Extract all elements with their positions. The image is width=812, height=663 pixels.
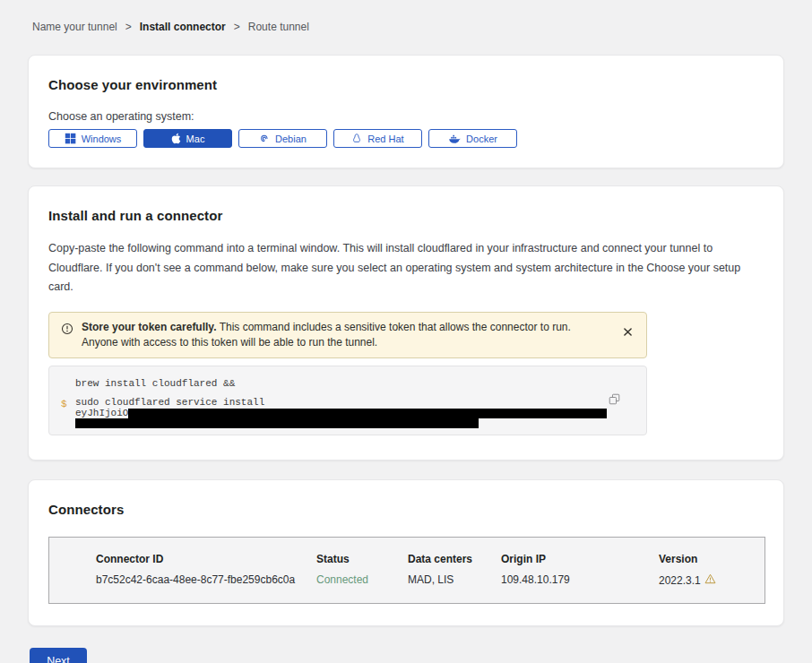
column-header-status: Status [316, 553, 408, 565]
shell-prompt: $ [61, 399, 67, 409]
code-line-brew: brew install cloudflared && [75, 379, 619, 389]
breadcrumb-separator: > [234, 21, 240, 33]
copy-icon[interactable] [607, 392, 622, 409]
column-header-connector-id: Connector ID [96, 553, 316, 565]
os-select-label: Choose an operating system: [48, 110, 764, 123]
install-card-title: Install and run a connector [48, 208, 764, 223]
install-description: Copy-paste the following command into a … [48, 239, 764, 297]
version-cell: 2022.3.1 [659, 573, 747, 587]
breadcrumb-step-route-tunnel[interactable]: Route tunnel [248, 21, 309, 33]
warning-text: Store your token carefully. This command… [82, 320, 583, 351]
choose-environment-card: Choose your environment Choose an operat… [28, 55, 784, 168]
origin-ip-cell: 109.48.10.179 [501, 573, 659, 587]
status-badge: Connected [316, 573, 408, 587]
close-icon[interactable] [620, 320, 635, 344]
connectors-table-header: Connector ID Status Data centers Origin … [96, 553, 747, 565]
apple-icon [171, 133, 181, 144]
connectors-card: Connectors Connector ID Status Data cent… [28, 479, 784, 626]
os-button-label: Debian [275, 133, 307, 144]
breadcrumb-separator: > [125, 21, 132, 33]
os-button-group: Windows Mac Debian Red Hat [48, 129, 764, 148]
column-header-version: Version [659, 553, 747, 565]
install-command-code-block: $ brew install cloudflared && sudo cloud… [48, 366, 647, 435]
connector-id-cell: b7c52c42-6caa-48ee-8c77-fbe259cb6c0a [96, 573, 316, 587]
warning-circle-icon [61, 323, 73, 339]
connectors-card-title: Connectors [48, 502, 764, 517]
breadcrumb-step-name-your-tunnel[interactable]: Name your tunnel [32, 21, 117, 33]
os-button-label: Mac [186, 133, 205, 144]
column-header-data-centers: Data centers [408, 553, 501, 565]
warning-title: Store your token carefully. [82, 321, 217, 333]
os-button-windows[interactable]: Windows [48, 129, 137, 148]
os-button-debian[interactable]: Debian [238, 129, 327, 148]
column-header-origin-ip: Origin IP [501, 553, 659, 565]
breadcrumb-step-install-connector[interactable]: Install connector [140, 21, 226, 33]
tunnel-setup-page: Name your tunnel > Install connector > R… [0, 0, 812, 663]
code-line-service-install: sudo cloudflared service install [75, 398, 619, 408]
os-button-mac[interactable]: Mac [143, 129, 232, 148]
connectors-table: Connector ID Status Data centers Origin … [48, 537, 765, 604]
environment-card-title: Choose your environment [48, 77, 764, 92]
os-button-label: Docker [466, 133, 497, 144]
os-button-docker[interactable]: Docker [428, 129, 517, 148]
redacted-token-bar [75, 418, 479, 428]
code-line-token: eyJhIjoiO [75, 409, 619, 418]
warning-triangle-icon [704, 573, 716, 587]
docker-whale-icon [448, 133, 461, 144]
token-warning-banner: Store your token carefully. This command… [48, 312, 647, 359]
version-value: 2022.3.1 [659, 574, 701, 587]
tux-penguin-icon [351, 133, 362, 144]
redacted-token-bar [128, 409, 607, 418]
os-button-label: Windows [82, 133, 122, 144]
install-connector-card: Install and run a connector Copy-paste t… [28, 185, 784, 461]
os-button-label: Red Hat [367, 133, 403, 144]
table-row: b7c52c42-6caa-48ee-8c77-fbe259cb6c0a Con… [96, 573, 747, 587]
breadcrumb: Name your tunnel > Install connector > R… [28, 0, 784, 33]
debian-icon [259, 133, 270, 144]
token-prefix: eyJhIjoiO [75, 409, 128, 418]
next-button[interactable]: Next [30, 648, 87, 663]
data-centers-cell: MAD, LIS [408, 573, 501, 587]
windows-icon [65, 133, 76, 144]
os-button-redhat[interactable]: Red Hat [333, 129, 422, 148]
